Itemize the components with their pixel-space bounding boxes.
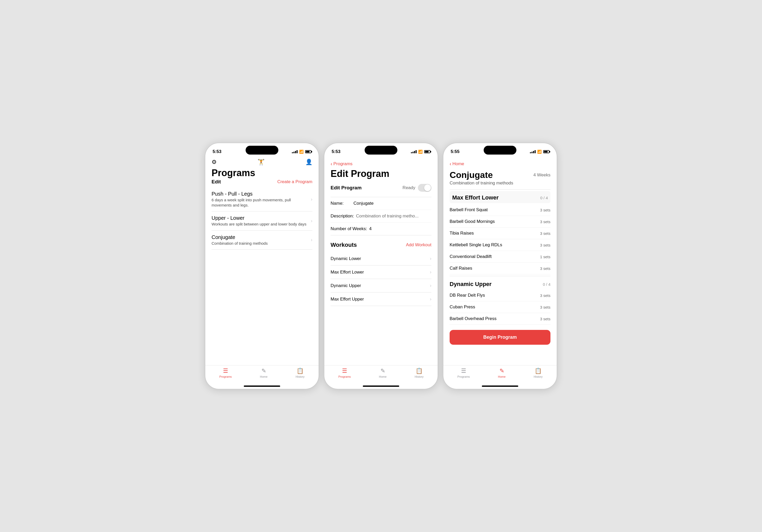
exercise-row-bgm[interactable]: Barbell Good Mornings 3 sets — [450, 216, 551, 228]
status-icons-1: 📶 — [292, 150, 311, 154]
programs-tab-icon-2: ☰ — [342, 367, 347, 374]
back-arrow-icon-2: ‹ — [331, 161, 333, 167]
status-icons-3: 📶 — [530, 150, 549, 154]
workouts-title: Workouts — [331, 241, 357, 248]
back-button-2[interactable]: ‹ Programs — [331, 158, 431, 168]
exercise-row-dbr[interactable]: DB Rear Delt Flys 3 sets — [450, 290, 551, 301]
workout-section-mel: Max Effort Lower 0 / 4 — [450, 191, 551, 203]
tab-history-2[interactable]: 📋 History — [415, 367, 423, 378]
exercise-sets-dbr: 3 sets — [540, 293, 551, 298]
program-item-conjugate[interactable]: Conjugate Combination of training method… — [211, 231, 312, 250]
form-label-name: Name: — [331, 201, 351, 206]
tab-bar-1: ☰ Programs ✎ Home 📋 History — [205, 365, 319, 385]
workout-name-mel: Max Effort Lower — [331, 270, 364, 275]
signal-icon-1 — [292, 150, 298, 153]
status-icons-2: 📶 — [411, 150, 430, 154]
conjugate-detail-content: Conjugate 4 Weeks Combination of trainin… — [443, 168, 557, 365]
home-tab-icon-1: ✎ — [262, 367, 266, 374]
add-workout-link[interactable]: Add Workout — [406, 242, 431, 247]
exercise-name-bgm: Barbell Good Mornings — [450, 219, 495, 224]
exercise-name-cr: Calf Raises — [450, 266, 472, 271]
exercise-row-cd[interactable]: Conventional Deadlift 1 sets — [450, 251, 551, 263]
history-tab-icon-1: 📋 — [296, 367, 304, 374]
tab-history-3[interactable]: 📋 History — [534, 367, 543, 378]
person-icon[interactable]: 👤 — [305, 159, 312, 166]
program-name-ppl: Push - Pull - Legs — [211, 191, 309, 197]
exercise-row-bop[interactable]: Barbell Overhead Press 3 sets — [450, 313, 551, 325]
program-desc-ul: Workouts are split between upper and low… — [211, 222, 309, 227]
exercise-name-tr: Tibia Raises — [450, 231, 474, 236]
program-item-ppl[interactable]: Push - Pull - Legs 6 days a week split i… — [211, 187, 312, 212]
tab-label-history-1: History — [296, 375, 305, 378]
dynamic-island-3 — [484, 146, 516, 155]
tab-label-home-3: Home — [498, 375, 505, 378]
exercise-sets-kslr: 3 sets — [540, 243, 551, 247]
tab-programs-3[interactable]: ☰ Programs — [457, 367, 470, 378]
gear-icon[interactable]: ⚙ — [211, 159, 217, 166]
ready-label: Ready — [403, 185, 415, 190]
form-value-desc[interactable]: Combination of training metho... — [356, 214, 419, 219]
tab-bar-2: ☰ Programs ✎ Home 📋 History — [324, 365, 438, 385]
exercise-row-cp[interactable]: Cuban Press 3 sets — [450, 301, 551, 313]
back-arrow-icon-3: ‹ — [450, 161, 451, 167]
begin-program-button[interactable]: Begin Program — [450, 330, 551, 345]
conjugate-title: Conjugate — [450, 170, 493, 180]
status-bar-2: 5:53 📶 — [324, 143, 438, 157]
programs-tab-icon-1: ☰ — [223, 367, 228, 374]
programs-tab-icon-3: ☰ — [461, 367, 466, 374]
workout-row-dynamic-upper[interactable]: Dynamic Upper › — [331, 279, 431, 293]
chevron-icon-ppl: › — [311, 197, 312, 202]
tab-programs-1[interactable]: ☰ Programs — [219, 367, 232, 378]
exercise-sets-bop: 3 sets — [540, 317, 551, 321]
top-toolbar-1: ⚙ 🏋 👤 — [205, 157, 319, 167]
tab-label-programs-3: Programs — [457, 375, 470, 378]
program-item-ul[interactable]: Upper - Lower Workouts are split between… — [211, 212, 312, 231]
programs-content: Programs Edit Create a Program Push - Pu… — [205, 167, 319, 365]
exercise-name-kslr: Kettlebell Single Leg RDLs — [450, 242, 502, 247]
chevron-icon-du: › — [430, 283, 431, 288]
chevron-icon-ul: › — [311, 218, 312, 224]
back-text-3: Home — [452, 161, 464, 166]
page-title-2: Edit Program — [331, 168, 431, 179]
tab-home-1[interactable]: ✎ Home — [260, 367, 267, 378]
screen-programs: 5:53 📶 ⚙ 🏋 👤 Programs Edit Create a Prog… — [205, 143, 319, 389]
exercise-sets-bfs: 3 sets — [540, 208, 551, 212]
workouts-header: Workouts Add Workout — [331, 241, 431, 248]
create-program-link[interactable]: Create a Program — [277, 179, 312, 184]
exercise-row-tr[interactable]: Tibia Raises 3 sets — [450, 228, 551, 239]
tab-label-home-1: Home — [260, 375, 267, 378]
form-value-name[interactable]: Conjugate — [353, 201, 374, 206]
history-tab-icon-2: 📋 — [416, 367, 422, 374]
back-button-3[interactable]: ‹ Home — [450, 158, 551, 168]
edit-program-header: Edit Program Ready — [331, 180, 431, 197]
status-time-2: 5:53 — [332, 149, 341, 154]
exercise-name-dbr: DB Rear Delt Flys — [450, 293, 485, 298]
tab-home-3[interactable]: ✎ Home — [498, 367, 505, 378]
home-tab-icon-2: ✎ — [380, 367, 385, 374]
exercise-row-bfs[interactable]: Barbell Front Squat 3 sets — [450, 204, 551, 216]
tab-home-2[interactable]: ✎ Home — [379, 367, 386, 378]
battery-icon-1 — [305, 150, 311, 153]
home-tab-icon-3: ✎ — [499, 367, 504, 374]
form-label-desc: Description: — [331, 214, 354, 219]
form-value-weeks[interactable]: 4 — [369, 226, 371, 232]
exercise-sets-bgm: 3 sets — [540, 220, 551, 224]
workout-row-max-effort-upper[interactable]: Max Effort Upper › — [331, 293, 431, 306]
exercise-name-bfs: Barbell Front Squat — [450, 207, 488, 213]
tab-bar-3: ☰ Programs ✎ Home 📋 History — [443, 365, 557, 385]
program-form: Name: Conjugate Description: Combination… — [331, 197, 431, 235]
dynamic-island-1 — [246, 146, 278, 155]
workout-row-max-effort-lower[interactable]: Max Effort Lower › — [331, 265, 431, 279]
edit-program-form-title: Edit Program — [331, 185, 361, 191]
exercise-sets-tr: 3 sets — [540, 231, 551, 235]
tab-programs-2[interactable]: ☰ Programs — [339, 367, 351, 378]
tab-history-1[interactable]: 📋 History — [296, 367, 305, 378]
exercise-name-cp: Cuban Press — [450, 304, 475, 310]
exercise-row-cr[interactable]: Calf Raises 3 sets — [450, 263, 551, 274]
screen-conjugate-detail: 5:55 📶 ‹ Home Conjugate 4 Weeks Combinat… — [443, 143, 557, 389]
ready-toggle[interactable] — [418, 184, 431, 192]
chevron-icon-meu: › — [430, 297, 431, 302]
exercise-row-kslr[interactable]: Kettlebell Single Leg RDLs 3 sets — [450, 239, 551, 251]
program-desc-ppl: 6 days a week split into push movements,… — [211, 197, 309, 208]
workout-row-dynamic-lower[interactable]: Dynamic Lower › — [331, 252, 431, 265]
